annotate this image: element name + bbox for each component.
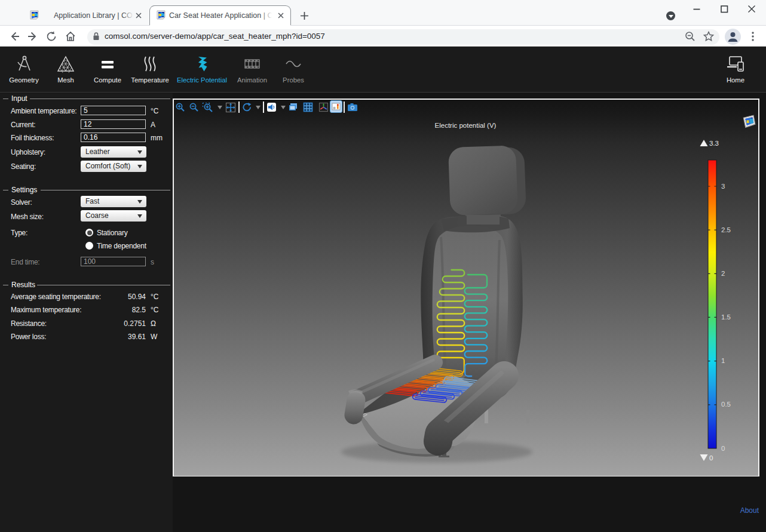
svg-text:3: 3 xyxy=(721,183,725,190)
svg-text:Electric potential (V): Electric potential (V) xyxy=(435,122,497,129)
svg-text:1: 1 xyxy=(721,357,725,364)
svg-text:0: 0 xyxy=(709,454,713,462)
svg-text:0.5: 0.5 xyxy=(721,401,731,408)
svg-text:0: 0 xyxy=(721,445,725,452)
svg-text:1.5: 1.5 xyxy=(721,313,731,321)
svg-text:2.5: 2.5 xyxy=(721,226,731,233)
svg-text:2: 2 xyxy=(721,270,725,277)
svg-text:3.3: 3.3 xyxy=(709,140,719,147)
